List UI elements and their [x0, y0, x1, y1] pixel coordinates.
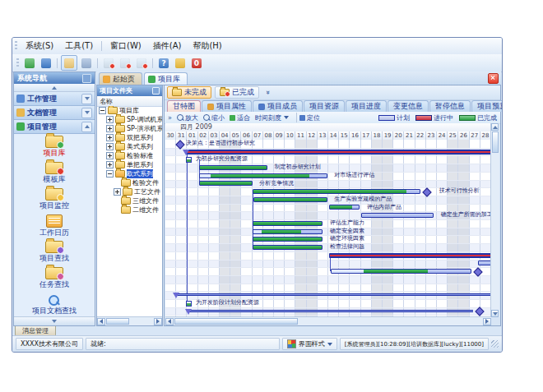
sidebar-item[interactable]: 项目库 [14, 133, 95, 159]
timescale-button[interactable]: 时间刻度 [255, 113, 289, 122]
collapse-icon[interactable] [106, 170, 114, 178]
sidebar-group-expanded[interactable]: 项目管理 [14, 120, 95, 134]
gantt-task-bar[interactable] [478, 261, 491, 265]
filter-button[interactable]: 未完成 [167, 86, 211, 99]
menu-item[interactable]: 帮助(H) [187, 39, 227, 53]
summary-bar-active[interactable] [329, 253, 491, 258]
tree-item[interactable]: 单把系列 [97, 160, 162, 169]
sidebar-item[interactable]: 项目监控 [14, 186, 95, 212]
sidebar-item[interactable]: 模板库 [14, 159, 95, 186]
scroll-up-icon[interactable] [491, 123, 499, 131]
menu-item[interactable]: 插件(A) [147, 39, 188, 53]
tree-item[interactable]: 二维文件 [97, 205, 162, 214]
tree-item[interactable]: 美式系列 [97, 142, 162, 151]
scroll-right-icon[interactable] [483, 318, 491, 325]
chevron-down-icon[interactable] [81, 108, 92, 118]
zoom-out-button[interactable]: 缩小 [203, 113, 225, 122]
collapse-icon[interactable] [99, 107, 106, 114]
tree-item[interactable]: 检验文件 [97, 178, 162, 187]
scroll-thumb[interactable] [106, 318, 129, 325]
sidebar-group-collapsed[interactable]: 文档管理 [14, 106, 95, 120]
tree-item[interactable]: SP-调试机系 [97, 115, 162, 124]
sidebar-item[interactable]: 项目查找 [14, 238, 95, 265]
overflow-chevron-icon[interactable]: » [264, 90, 272, 95]
new-window-icon-button[interactable] [101, 56, 116, 70]
menu-item[interactable]: 系统(S) [20, 39, 59, 53]
help-icon-button[interactable]: ? [156, 56, 171, 70]
gantt-task-bar[interactable] [253, 221, 323, 226]
gantt-task-bar[interactable] [199, 181, 253, 186]
scroll-thumb[interactable] [174, 318, 298, 325]
view-tab[interactable]: 项目进度 [346, 100, 387, 112]
expand-icon[interactable] [106, 125, 114, 132]
tree-item[interactable]: 双把系列 [97, 133, 162, 142]
ui-style-selector[interactable]: 界面样式 [282, 338, 337, 350]
scroll-thumb[interactable] [492, 131, 499, 153]
gantt-task-bar[interactable] [199, 173, 327, 178]
gantt-task-bar[interactable] [361, 213, 434, 218]
resource-task-icon[interactable] [186, 301, 192, 307]
gantt-task-bar[interactable] [331, 269, 472, 274]
globe-icon-button[interactable] [39, 56, 53, 70]
chevron-down-icon[interactable] [81, 94, 92, 104]
expand-icon[interactable] [106, 116, 114, 123]
view-tab[interactable]: 项目成员 [253, 100, 303, 112]
menu-item[interactable]: 窗口(W) [104, 39, 147, 53]
sidebar-item[interactable]: 任务查找 [14, 265, 95, 291]
summary-line[interactable] [188, 310, 473, 312]
sidebar-item[interactable]: 工作日历 [14, 212, 95, 238]
scroll-left-icon[interactable] [97, 318, 105, 325]
folder-panel-icon-button[interactable] [61, 55, 77, 71]
gantt-task-bar[interactable] [253, 189, 421, 194]
sync-icon-button[interactable] [22, 56, 37, 70]
view-tab[interactable]: 甘特图 [167, 100, 201, 112]
chevron-up-icon[interactable] [81, 122, 92, 132]
gantt-vscrollbar[interactable] [490, 123, 499, 317]
tree-item[interactable]: SP-演示机系 [97, 124, 162, 133]
resize-grip[interactable] [491, 340, 499, 348]
menu-grip[interactable] [15, 41, 17, 51]
expand-icon[interactable] [106, 143, 114, 150]
pin-icon[interactable] [152, 87, 160, 95]
gantt-task-bar[interactable] [253, 229, 323, 234]
summary-line[interactable] [176, 293, 491, 296]
locate-button[interactable]: 定位 [299, 113, 320, 122]
scroll-down-icon[interactable] [491, 310, 499, 317]
toolbar-grip[interactable] [16, 58, 19, 68]
tree-hscrollbar[interactable] [97, 316, 162, 325]
view-tab[interactable]: 变更信息 [388, 100, 429, 112]
scroll-left-icon[interactable] [165, 318, 174, 325]
tree-item[interactable]: 工艺文件 [97, 187, 162, 196]
view-tab[interactable]: 项目属性 [202, 100, 252, 112]
lock-icon-button[interactable] [173, 56, 188, 70]
expand-icon[interactable] [106, 161, 114, 168]
window-layout-icon-button[interactable] [79, 56, 94, 70]
gantt-task-bar[interactable] [253, 197, 327, 202]
sidebar-scroll-up[interactable] [14, 84, 95, 92]
tree-item[interactable]: 欧式系列 [97, 169, 162, 178]
view-tab[interactable]: 项目资源 [304, 100, 345, 112]
menu-item[interactable]: 工具(T) [59, 39, 99, 53]
sidebar-item[interactable]: 项目文档查找 [14, 291, 95, 317]
close-tab-button[interactable] [488, 73, 499, 84]
doc-tab[interactable]: 起始页 [99, 72, 142, 85]
resource-task-icon[interactable] [186, 157, 192, 163]
tree-item[interactable]: 项目库 [97, 106, 162, 115]
expand-icon[interactable] [106, 152, 114, 159]
gantt-task-bar[interactable] [253, 245, 323, 250]
gantt-hscrollbar[interactable] [165, 316, 491, 325]
filter-button[interactable]: 已完成 [215, 86, 259, 99]
scroll-right-icon[interactable] [154, 318, 162, 325]
view-tab[interactable]: 暂停信息 [429, 100, 471, 112]
sidebar-scroll-down[interactable] [14, 316, 95, 325]
gantt-task-bar[interactable] [253, 237, 323, 242]
sidebar-group-collapsed[interactable]: 工作管理 [14, 92, 95, 106]
refresh-window-icon-button[interactable] [118, 56, 132, 70]
view-tab[interactable]: 项目预算 [471, 100, 503, 112]
close-window-icon-button[interactable] [134, 56, 149, 70]
gantt-task-bar[interactable] [199, 165, 267, 170]
expand-icon[interactable] [114, 188, 121, 196]
power-icon-button[interactable]: 0 [189, 56, 204, 70]
doc-tab[interactable]: 项目库 [144, 72, 188, 85]
tree-item[interactable]: 三维文件 [97, 196, 162, 205]
